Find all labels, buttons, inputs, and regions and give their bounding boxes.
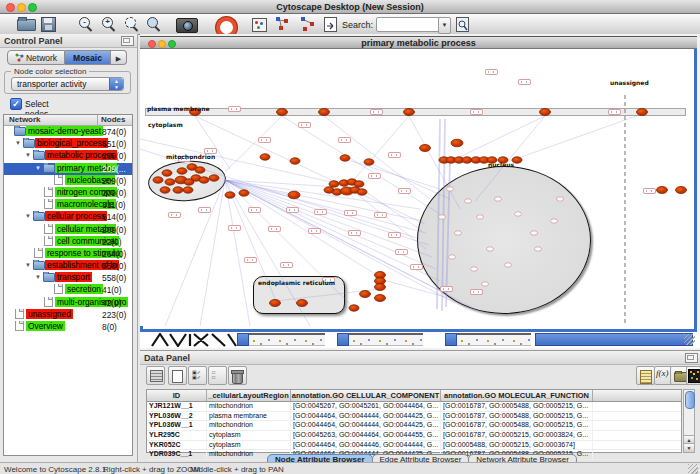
save-session-icon[interactable]: [41, 17, 56, 32]
edges[interactable]: [140, 114, 642, 326]
tree-row[interactable]: mosaic-demo-yeast874(0): [4, 126, 132, 138]
unselect-all-attributes-icon[interactable]: □□: [208, 366, 227, 385]
tree-row[interactable]: Overview8(0): [4, 321, 132, 333]
node-color-dropdown[interactable]: transporter activity ▲▼: [11, 77, 124, 91]
select-all-attributes-icon[interactable]: ▣✓▣✓: [188, 366, 207, 385]
node-label-pill: [395, 249, 408, 255]
occluded-window-titlebar[interactable]: [535, 333, 693, 346]
network-window-title: primary metabolic process: [140, 38, 697, 48]
tree-row[interactable]: cell communicat22(0): [4, 236, 132, 248]
network-window-resize-grip[interactable]: [684, 334, 695, 345]
network-window[interactable]: primary metabolic process plasma membran…: [140, 36, 697, 332]
tab-overflow-arrow[interactable]: ▶: [111, 50, 127, 65]
tree-row[interactable]: nitrogen compo209(0): [4, 187, 132, 199]
tab-mosaic[interactable]: Mosaic: [65, 50, 111, 65]
network-tree: Network Nodes mosaic-demo-yeast874(0) ▼b…: [3, 114, 133, 456]
nucleus-label: nucleus: [488, 161, 514, 168]
node-label-pill: [470, 109, 483, 115]
node-label-pill: [643, 188, 656, 194]
col-molecular-function[interactable]: annotation.GO MOLECULAR_FUNCTION: [441, 390, 593, 401]
table-scrollbar[interactable]: ▲ ▼: [683, 389, 695, 453]
import-network-icon[interactable]: [324, 17, 337, 32]
tree-row[interactable]: nucleobase-209(0): [4, 175, 132, 187]
view-settings-icon[interactable]: [252, 18, 267, 32]
float-panel-icon[interactable]: [121, 36, 134, 46]
tree-row[interactable]: ▼establishment of lo558(0): [4, 260, 132, 272]
col-id[interactable]: ID: [147, 390, 207, 401]
node-label-pill: [398, 188, 411, 194]
scroll-down-icon[interactable]: ▼: [684, 443, 694, 452]
occluded-window-titlebar[interactable]: [445, 333, 457, 346]
layout-alt-icon[interactable]: [299, 16, 317, 32]
network-window-titlebar[interactable]: primary metabolic process: [140, 36, 697, 49]
table-row[interactable]: YKR052Ccytoplasm[GO:0044464, GO:0044446,…: [147, 441, 681, 451]
occluded-window-titlebar[interactable]: [337, 333, 349, 346]
tree-row[interactable]: cellular metabo209(0): [4, 224, 132, 236]
search-options-arrow-icon[interactable]: ▼: [438, 17, 451, 34]
mitochondrion-label: mitochondrion: [166, 153, 215, 160]
table-row[interactable]: YJR121W__1mitochondrion[GO:0045267, GO:0…: [147, 402, 681, 412]
search-input[interactable]: [376, 17, 444, 32]
desktop-area: primary metabolic process plasma membran…: [140, 34, 700, 462]
select-attributes-icon[interactable]: [146, 366, 165, 385]
tree-row[interactable]: macromolecule311(0): [4, 199, 132, 211]
status-zoom-hint: Right-click + drag to ZOOM: [103, 465, 200, 474]
occluded-window-titlebar[interactable]: [237, 333, 249, 346]
occluded-window-art: [150, 333, 237, 347]
tree-row[interactable]: ▼biological_process651(0): [4, 138, 132, 150]
app-resize-grip[interactable]: [688, 464, 698, 474]
node-label-pill: [344, 210, 357, 216]
attribute-table: ID _cellularLayoutRegion annotation.GO C…: [146, 389, 682, 453]
control-panel-title: Control Panel: [4, 36, 63, 46]
notepad-icon[interactable]: [636, 366, 655, 385]
zoom-out-icon[interactable]: -: [78, 16, 94, 32]
snapshot-camera-icon[interactable]: [176, 18, 198, 33]
float-panel-icon[interactable]: [685, 353, 698, 363]
dropdown-stepper-icon[interactable]: ▲▼: [109, 78, 123, 90]
zoom-in-icon[interactable]: +: [101, 16, 117, 32]
occluded-window-content: [249, 333, 325, 346]
attribute-table-header: ID _cellularLayoutRegion annotation.GO C…: [147, 390, 681, 402]
create-attribute-icon[interactable]: [168, 366, 187, 385]
node-label-pill: [298, 122, 311, 128]
tree-row[interactable]: secretion41(0): [4, 284, 132, 296]
tree-row[interactable]: response to stimulu264(0): [4, 248, 132, 260]
tree-row-selected[interactable]: ▼primary metabo209(...: [4, 163, 132, 175]
occluded-window-content: [349, 333, 423, 346]
table-row[interactable]: YPL036W__1mitochondrion[GO:0044464, GO:0…: [147, 421, 681, 431]
table-row[interactable]: YPL036W__2plasma membrane[GO:0044464, GO…: [147, 412, 681, 422]
tree-col-nodes[interactable]: Nodes: [101, 115, 125, 124]
data-panel-title: Data Panel: [144, 353, 190, 363]
node-label-pill: [410, 264, 423, 270]
cytoscape-app: Cytoscape Desktop (New Session) - + Sear…: [0, 0, 700, 474]
tree-row[interactable]: ▼cellular process614(0): [4, 211, 132, 223]
tree-row[interactable]: ▼transport558(0): [4, 272, 132, 284]
network-graph[interactable]: [140, 49, 691, 326]
window-titlebar[interactable]: Cytoscape Desktop (New Session): [0, 0, 700, 14]
tree-col-network[interactable]: Network: [9, 115, 41, 124]
node-label-pill: [198, 207, 211, 213]
tab-network[interactable]: Network: [7, 50, 65, 65]
zoom-fit-icon[interactable]: [124, 16, 140, 32]
scrollbar-thumb[interactable]: [685, 391, 695, 409]
node-label-pill: [374, 212, 387, 218]
delete-attribute-icon[interactable]: [228, 366, 247, 385]
attribute-matrix-icon[interactable]: [686, 366, 700, 385]
layout-icon[interactable]: [274, 16, 292, 32]
select-nodes-checkbox[interactable]: ✓: [10, 98, 22, 110]
table-row[interactable]: YLR295Ccytoplasm[GO:0045263, GO:0044464,…: [147, 431, 681, 441]
col-cellular-component[interactable]: annotation.GO CELLULAR_COMPONENT: [291, 390, 441, 401]
tree-row[interactable]: unassigned223(0): [4, 309, 132, 321]
node-label-pill: [314, 209, 327, 215]
zoom-selected-icon[interactable]: [146, 16, 162, 32]
tree-row[interactable]: multi-organism pro42(0): [4, 297, 132, 309]
data-panel-header: Data Panel: [140, 351, 700, 365]
search-advanced-icon[interactable]: [456, 17, 469, 32]
node-label-pill: [518, 79, 531, 85]
network-canvas[interactable]: plasma membrane cytoplasm mitochondrion …: [140, 49, 691, 326]
control-panel-header: Control Panel: [0, 34, 137, 48]
nucleus-nodes[interactable]: [439, 187, 564, 286]
col-region[interactable]: _cellularLayoutRegion: [207, 390, 291, 401]
tree-row[interactable]: ▼metabolic process280(0): [4, 150, 132, 162]
open-session-icon[interactable]: [17, 19, 36, 31]
